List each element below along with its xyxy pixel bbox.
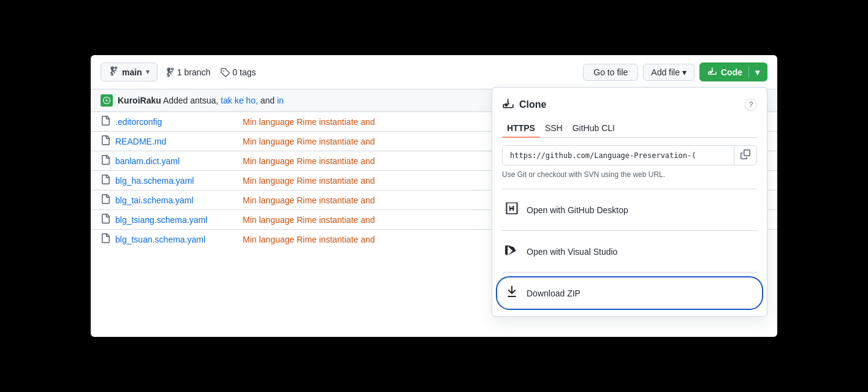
file-icon — [101, 233, 110, 245]
branch-name: main — [122, 67, 142, 77]
clone-tabs: HTTPS SSH GitHub CLI — [502, 119, 757, 138]
panel-title: Clone — [502, 97, 546, 112]
commit-avatar — [101, 94, 113, 107]
download-zip-action[interactable]: Download ZIP — [502, 280, 757, 306]
code-button-divider — [748, 67, 749, 78]
github-desktop-icon — [504, 202, 519, 218]
add-file-button[interactable]: Add file ▾ — [643, 64, 695, 81]
commit-link-2[interactable]: in — [277, 96, 284, 105]
branch-count: 1 — [177, 67, 182, 77]
tab-https[interactable]: HTTPS — [502, 119, 540, 138]
open-github-desktop-label: Open with GitHub Desktop — [527, 205, 628, 215]
tab-github-cli[interactable]: GitHub CLI — [568, 119, 620, 138]
code-button[interactable]: Code ▾ — [699, 62, 767, 81]
file-name[interactable]: .editorconfig — [115, 117, 238, 127]
panel-divider-3 — [502, 272, 757, 273]
branch-stats: 1 branch 0 tags — [165, 67, 256, 77]
panel-divider — [502, 189, 757, 189]
download-zip-label: Download ZIP — [527, 288, 581, 298]
chevron-icon: ▾ — [146, 68, 150, 76]
go-to-file-button[interactable]: Go to file — [583, 64, 638, 81]
commit-link-1[interactable]: tak ke ho, — [221, 96, 258, 105]
commit-author: KuroiRaku — [118, 96, 161, 105]
main-container: main ▾ 1 branch 0 tags Go to file Add fi… — [91, 55, 777, 337]
file-icon — [101, 116, 110, 127]
branch-selector[interactable]: main ▾ — [101, 62, 158, 81]
file-icon — [101, 135, 110, 147]
url-input[interactable] — [503, 148, 734, 164]
tag-label: tags — [240, 67, 256, 77]
branch-icon — [108, 66, 118, 78]
file-name[interactable]: blg_tsuan.schema.yaml — [115, 235, 238, 244]
file-name[interactable]: blg_tsiang.schema.yaml — [115, 215, 238, 225]
file-name[interactable]: banlam.dict.yaml — [115, 156, 238, 166]
file-name[interactable]: README.md — [115, 137, 238, 146]
download-zip-icon — [504, 285, 519, 301]
code-chevron: ▾ — [755, 67, 760, 77]
panel-header: Clone ? — [502, 97, 757, 112]
code-label: Code — [721, 67, 742, 77]
open-visual-studio-action[interactable]: Open with Visual Studio — [502, 238, 757, 265]
clone-dropdown-panel: Clone ? HTTPS SSH GitHub CLI Use Git or … — [492, 87, 767, 317]
tag-count: 0 — [232, 67, 237, 77]
file-name[interactable]: blg_tai.schema.yaml — [115, 195, 238, 205]
url-field — [502, 145, 757, 165]
toolbar-right: Go to file Add file ▾ Code ▾ — [583, 62, 767, 81]
tag-link[interactable]: 0 tags — [220, 67, 256, 77]
commit-message: Added antsua, tak ke ho, and in — [163, 96, 284, 105]
commit-info: KuroiRaku Added antsua, tak ke ho, and i… — [118, 96, 284, 105]
file-icon — [101, 175, 110, 186]
visual-studio-icon — [504, 243, 519, 260]
open-visual-studio-label: Open with Visual Studio — [527, 247, 617, 257]
copy-button[interactable] — [734, 146, 756, 165]
add-file-chevron: ▾ — [682, 67, 687, 77]
file-name[interactable]: blg_ha.schema.yaml — [115, 176, 238, 186]
panel-divider-2 — [502, 230, 757, 231]
file-icon — [101, 214, 110, 225]
file-icon — [101, 194, 110, 206]
branch-label: branch — [184, 67, 210, 77]
help-button[interactable]: ? — [745, 99, 757, 111]
url-hint: Use Git or checkout with SVN using the w… — [502, 170, 757, 179]
open-github-desktop-action[interactable]: Open with GitHub Desktop — [502, 197, 757, 223]
tab-ssh[interactable]: SSH — [540, 119, 568, 138]
download-icon — [707, 66, 717, 78]
branch-link[interactable]: 1 branch — [165, 67, 211, 77]
file-icon — [101, 155, 110, 167]
clone-panel-icon — [502, 97, 514, 112]
toolbar: main ▾ 1 branch 0 tags Go to file Add fi… — [91, 55, 777, 89]
clone-panel-title: Clone — [519, 99, 546, 110]
